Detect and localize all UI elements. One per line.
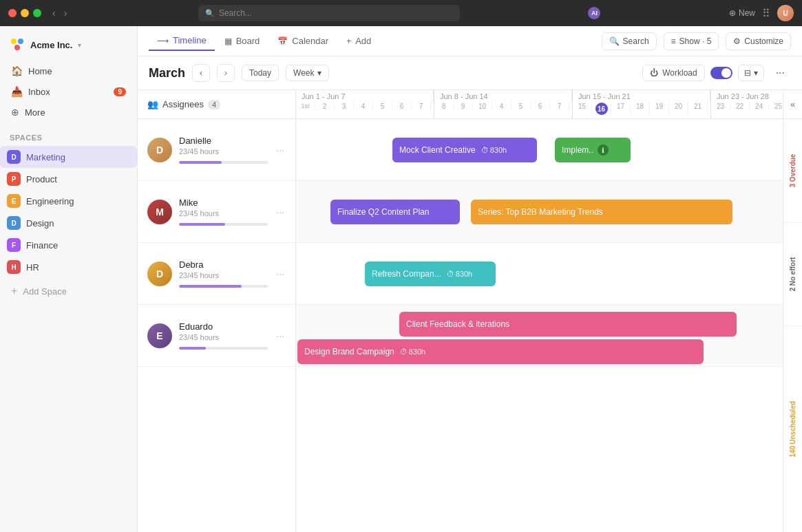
avatar-mike: M (147, 200, 172, 224)
sidebar-brand[interactable]: Acme Inc. ▾ (0, 32, 137, 61)
space-item-finance[interactable]: F Finance (0, 234, 137, 256)
task-design-brand[interactable]: Design Brand Campaign ⏱830h (297, 339, 704, 364)
assignee-info-eduardo: Eduardo 23/45 hours (179, 321, 268, 350)
task-label: Series: Top B2B Marketing Trends (478, 207, 603, 217)
row-more-debra[interactable]: ··· (275, 267, 286, 281)
date-days-jun8: 8 9 10 4 5 6 7 (434, 101, 572, 110)
show-button[interactable]: ≡ Show · 5 (664, 32, 719, 50)
task-mock-client-creative[interactable]: Mock Client Creative ⏱830h (392, 138, 537, 162)
side-label-no-effort[interactable]: 2 No effort (783, 223, 802, 327)
tab-add[interactable]: + Add (338, 32, 379, 50)
sidebar-item-more[interactable]: ⊕ More (4, 102, 133, 123)
more-options-button[interactable]: ··· (770, 63, 791, 83)
day-8: 8 (434, 101, 454, 110)
side-label-unscheduled[interactable]: 140 Unscheduled (783, 326, 802, 532)
design-dot: D (7, 216, 21, 230)
grid-icon[interactable]: ⠿ (762, 7, 770, 20)
tab-board[interactable]: ▦ Board (216, 32, 268, 50)
customize-button[interactable]: ⚙ Customize (726, 32, 791, 50)
task-finalize-q2[interactable]: Finalize Q2 Content Plan (330, 200, 460, 224)
new-button[interactable]: ⊕ New (729, 8, 755, 18)
task-label: Client Feedback & iterations (406, 319, 509, 329)
nav-arrows: ‹ › (50, 6, 70, 20)
assignee-hours-eduardo: 23/45 hours (179, 333, 268, 341)
row-more-danielle[interactable]: ··· (275, 143, 286, 157)
space-item-hr[interactable]: H HR (0, 256, 137, 278)
task-label: Implem.. (562, 145, 593, 155)
forward-button[interactable]: › (61, 6, 70, 20)
task-label: Design Brand Campaign (304, 347, 394, 357)
assignee-name-danielle: Danielle (179, 136, 268, 146)
tab-calendar[interactable]: 📅 Calendar (269, 32, 337, 50)
maximize-traffic-light[interactable] (33, 9, 41, 17)
prev-month-button[interactable]: ‹ (192, 64, 210, 82)
brand-chevron-icon: ▾ (78, 41, 81, 49)
day-17: 17 (611, 101, 631, 115)
day-9: 9 (454, 101, 473, 110)
space-item-marketing[interactable]: D Marketing (0, 146, 137, 168)
user-avatar[interactable]: U (777, 5, 794, 21)
search-bar[interactable]: 🔍 Search... (198, 5, 460, 21)
search-placeholder: Search... (219, 8, 252, 18)
task-label: Refresh Compan... (372, 269, 441, 279)
timeline-icon: ⟶ (157, 36, 169, 45)
toolbar-right: ⏻ Workload ⊟ ▾ ··· (642, 63, 791, 83)
day-21: 21 (688, 101, 708, 115)
row-more-eduardo[interactable]: ··· (275, 329, 286, 343)
timeline-content: 👥 Assignees 4 D Danielle (138, 90, 802, 532)
space-item-product[interactable]: P Product (0, 168, 137, 190)
ai-badge[interactable]: AI (588, 7, 600, 19)
assignee-info-debra: Debra 23/45 hours (179, 259, 268, 288)
svg-point-2 (14, 45, 20, 50)
workload-button[interactable]: ⏻ Workload (642, 65, 704, 81)
day-2: 2 (315, 101, 335, 110)
day-3: 3 (335, 101, 354, 110)
spaces-label: Spaces (10, 134, 42, 142)
filter-button[interactable]: ⊟ ▾ (738, 65, 764, 81)
today-button[interactable]: Today (242, 65, 279, 81)
add-space-button[interactable]: + Add Space (4, 281, 133, 301)
progress-fill-danielle (179, 161, 222, 164)
week-range-jun1: Jun 1 - Jun 7 (296, 90, 434, 101)
workload-toggle[interactable] (710, 67, 732, 79)
side-label-overdue[interactable]: 3 Overdue (783, 119, 802, 223)
toggle-knob (721, 68, 731, 78)
sidebar-item-home[interactable]: 🏠 Home (4, 61, 133, 81)
day-7a: 7 (412, 101, 431, 110)
tab-timeline[interactable]: ⟶ Timeline (149, 31, 215, 51)
progress-debra (179, 285, 268, 288)
search-icon: 🔍 (609, 36, 620, 46)
task-series-b2b[interactable]: Series: Top B2B Marketing Trends (471, 200, 732, 224)
space-item-engineering[interactable]: E Engineering (0, 190, 137, 212)
gantt-row-0: Mock Client Creative ⏱830h Implem.. ℹ (296, 119, 783, 181)
week-dropdown[interactable]: Week ▾ (286, 65, 328, 81)
task-refresh-company[interactable]: Refresh Compan... ⏱830h (365, 262, 496, 286)
gantt-row-3: Client Feedback & iterations Design Bran… (296, 305, 783, 367)
gantt-row-2: Refresh Compan... ⏱830h (296, 243, 783, 305)
collapse-button[interactable]: « (783, 90, 802, 119)
inbox-badge: 9 (114, 87, 126, 96)
progress-eduardo (179, 347, 268, 350)
sidebar-item-inbox[interactable]: 📥 Inbox 9 (4, 81, 133, 102)
sidebar-nav: 🏠 Home 📥 Inbox 9 ⊕ More (0, 61, 137, 123)
back-button[interactable]: ‹ (50, 6, 59, 20)
day-4b: 4 (492, 101, 511, 110)
plus-icon: + (11, 285, 17, 297)
brand-name: Acme Inc. (30, 40, 72, 50)
minimize-traffic-light[interactable] (21, 9, 29, 17)
clock-icon: ⏱ (447, 270, 454, 278)
progress-fill-eduardo (179, 347, 206, 350)
svg-point-0 (11, 39, 17, 44)
assignees-icon: 👥 (147, 99, 158, 109)
task-implem[interactable]: Implem.. ℹ (555, 138, 631, 162)
row-more-mike[interactable]: ··· (275, 205, 286, 219)
assignee-name-eduardo: Eduardo (179, 321, 268, 332)
close-traffic-light[interactable] (8, 9, 17, 17)
plus-circle-icon: ⊕ (729, 8, 736, 18)
next-month-button[interactable]: › (217, 64, 235, 82)
space-item-design[interactable]: D Design (0, 212, 137, 234)
assignee-info-mike: Mike 23/45 hours (179, 198, 268, 226)
search-button[interactable]: 🔍 Search (602, 32, 657, 50)
task-client-feedback[interactable]: Client Feedback & iterations (399, 312, 737, 337)
assignee-name-mike: Mike (179, 198, 268, 208)
